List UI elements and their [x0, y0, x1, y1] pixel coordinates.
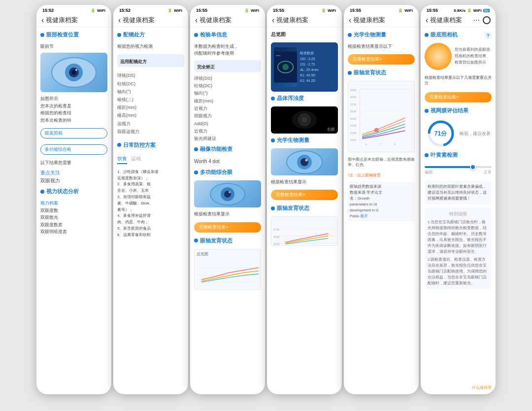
- nav-6: ‹ 视健康档案 ···: [421, 14, 496, 27]
- svg-text:29.00: 29.00: [273, 243, 279, 246]
- fusion-title: 融像功能检查: [194, 145, 261, 153]
- tab-exercise[interactable]: 运动: [131, 155, 141, 164]
- fundus-desc: 您当前看到的是眼底照相机的检查结果、检查部位如图所示: [455, 47, 492, 66]
- optical-title: 光学生物测量: [271, 137, 338, 144]
- svg-point-3: [71, 70, 76, 75]
- optical-desc-5: 根据检查结果显示以下: [348, 43, 415, 50]
- list-item: 名：Growth: [350, 196, 413, 202]
- help-icon[interactable]: ?: [485, 32, 492, 39]
- list-item[interactable]: 重点关注: [40, 169, 107, 177]
- status-icons-1: 🔋 WiFi: [91, 8, 105, 13]
- nav-3: ‹ 视健康档案: [190, 14, 265, 27]
- dot-axis-5: [348, 71, 352, 75]
- esilor-interface: esilor 检查数据 OD: -3.25 OS: -2.75 AL: 25.4…: [271, 42, 338, 92]
- back-icon-5[interactable]: ‹: [349, 16, 351, 25]
- list-item: 眼轴趋势数据来源: [350, 184, 413, 190]
- form-row: 近视力: [194, 128, 261, 135]
- chart-label: 总览图: [197, 251, 259, 257]
- btn-complete-6[interactable]: 完整检查结果>: [425, 92, 492, 103]
- chart-4: 29.00 28.00 27.00: [271, 216, 338, 246]
- section-title-p3: 检验单信息: [194, 31, 261, 38]
- chart-5: 29.00 28.00 27.00 26.00 25.00 24.00 23.0…: [348, 81, 415, 152]
- slider-labels: 偏低 正常: [425, 170, 492, 175]
- form-row: 轴向(°): [194, 90, 261, 97]
- chart-svg-4: 29.00 28.00 27.00: [273, 219, 335, 246]
- dot-crystal: [271, 97, 275, 101]
- content-3: 检验单信息 本数据为检查时生成， 供配镜时作参考使用 完全矫正 球镜(DS) 柱…: [190, 27, 265, 394]
- esilor-data: 检查数据 OD: -3.25 OS: -2.75 AL: 25.4mm K1: …: [300, 50, 335, 83]
- dot-p5: [348, 33, 352, 37]
- content-5: 光学生物测量 根据检查结果显示以下 完整检查结果> 眼轴发育状态: [344, 27, 419, 394]
- nav-circle-6[interactable]: [483, 16, 491, 24]
- tab-diet[interactable]: 饮食: [117, 155, 127, 164]
- list-item: 根据检查结果显示: [194, 210, 261, 217]
- content-4: 总览图 esilor 检查数据 OD: -3.25 OS: -2.75 AL: …: [267, 27, 342, 394]
- list-item: 3、加强对眼睛有益: [117, 194, 184, 201]
- expand-link[interactable]: 展开: [360, 214, 368, 218]
- back-icon-1[interactable]: ‹: [41, 16, 44, 25]
- list-item: 1、少吃甜食（糖会加速: [117, 169, 184, 175]
- dot-p2: [117, 33, 121, 37]
- btn-multi[interactable]: 多功能综合检: [40, 144, 107, 155]
- dot-1: [40, 33, 44, 37]
- list-item: 您本次检查的特: [40, 117, 107, 124]
- content-1: 眼部检查位置 眼前节 如图所示 您本次的检查是 根据您的检查结 您本次检查的: [36, 27, 111, 394]
- section-header-6: 眼底照相机 ?: [425, 31, 492, 40]
- btn-complete-4[interactable]: 完整检查结果>: [271, 190, 338, 200]
- dot-multi: [194, 171, 198, 174]
- svg-text:22.00: 22.00: [350, 139, 356, 142]
- eye-svg-3: [208, 182, 247, 206]
- btn-complete-5[interactable]: 完整检查结果>: [348, 54, 415, 65]
- back-icon-2[interactable]: ‹: [118, 16, 121, 25]
- note-1: 图中圈点是本次眼轴，近视度数角膜曲率。红色: [348, 157, 415, 168]
- content-2: 配镜处方 根据您的视力检测 远用配镜处方 球镜(DS) 柱镜(DC) 轴向(°)…: [113, 27, 188, 394]
- section-title-3: 视力状态分析: [40, 188, 107, 195]
- back-icon-4[interactable]: ‹: [272, 16, 274, 25]
- progress-ring: 71分: [426, 119, 456, 148]
- list-item: 5、富含胶原的食品: [117, 226, 184, 232]
- eye-svg-4: [285, 150, 324, 174]
- slider-normal: 正常: [484, 170, 492, 175]
- btn-fundus[interactable]: 眼底照相: [40, 128, 107, 138]
- dot-axis-4: [271, 206, 275, 210]
- form-row: Add(D): [194, 120, 261, 128]
- slider-track[interactable]: [425, 166, 492, 168]
- dot-fusion: [194, 147, 198, 151]
- status-bar-3: 15:55 🔋 WiFi: [190, 5, 265, 14]
- nav-2: ‹ 视健康档案: [113, 14, 188, 27]
- back-icon-3[interactable]: ‹: [195, 16, 198, 25]
- nav-dots-6[interactable]: ···: [473, 16, 480, 25]
- vision-items: 视力档案 双眼度数 双眼散光 双眼度数差 双眼明暗度差: [40, 200, 107, 235]
- eye-diagram-1: [40, 53, 107, 92]
- list-item[interactable]: 双眼视力: [40, 177, 107, 185]
- list-item: 近视度数加深）；: [117, 175, 184, 182]
- back-icon-6[interactable]: ‹: [426, 16, 428, 25]
- dot-s2: [117, 143, 121, 147]
- list-item: 双眼度数: [40, 207, 107, 214]
- svg-text:28.00: 28.00: [273, 236, 279, 239]
- fundus-container: 您当前看到的是眼底照相机的检查结果、检查部位如图所示: [425, 43, 492, 70]
- svg-text:23.00: 23.00: [350, 132, 356, 135]
- svg-point-22: [305, 159, 308, 161]
- phones-container: 15:52 🔋 WiFi ‹ 视健康档案 眼部检查位置 眼前节: [0, 0, 532, 411]
- svg-point-50: [376, 130, 377, 131]
- list-item: 根据您的检查结: [40, 109, 107, 116]
- slider-container: 偏低 正常: [425, 166, 492, 175]
- axis-title-3: 眼轴发育状态: [194, 237, 261, 244]
- section-title-p5: 光学生物测量: [348, 31, 415, 38]
- nav-1: ‹ 视健康档案: [36, 14, 111, 27]
- content-6: 眼底照相机 ? 您当前看到的是眼底照相机的检查结果、检查部位如图所示 根据检查结…: [421, 27, 496, 394]
- svg-point-18: [301, 117, 307, 123]
- form-row: 近视力: [194, 105, 261, 112]
- phone-2: 15:52 🔋 WiFi ‹ 视健康档案 配镜处方 根据您的视力检测 远用配镜处…: [113, 5, 188, 394]
- form-row: 球镜(DS): [117, 71, 184, 79]
- list-item[interactable]: 视力档案: [40, 200, 107, 206]
- dot-p3: [194, 33, 198, 37]
- btn-complete-3[interactable]: 完整检查结果>: [194, 222, 261, 233]
- form-row: 球镜(DS): [194, 75, 261, 82]
- chart-svg: [197, 258, 259, 285]
- form-row: 柱镜(DC): [194, 82, 261, 90]
- score-container: 71分 略低，建议改善: [425, 119, 492, 148]
- list-item: 以下结果您需要: [40, 159, 107, 166]
- special-note-1: 1.当您在宝岛眼镜门店验光时，验光师根据测得的验光检查数据，结合您的年龄、戴镜时…: [428, 219, 489, 255]
